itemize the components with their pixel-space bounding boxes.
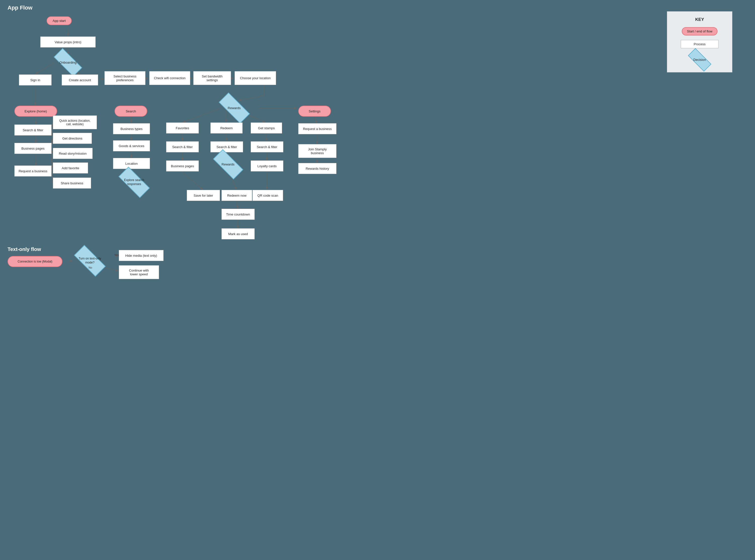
svg-line-27 [182, 172, 203, 190]
join-stamply-label: Join Stamplybusiness [298, 144, 336, 158]
rewards-diamond-label: Rewards [228, 106, 240, 110]
get-stamps-label: Get stamps [251, 122, 282, 134]
node-time-countdown: Time countdown [221, 209, 255, 220]
value-props-label: Value props (intro) [40, 37, 96, 47]
node-sign-in: Sign in [19, 75, 52, 85]
node-quick-actions: Quick actions (location,call, website) [53, 115, 97, 129]
node-qr-code-scan: QR code scan [252, 190, 283, 201]
read-story-label: Read story/mission [53, 148, 93, 159]
get-directions-label: Get directions [53, 133, 92, 144]
node-connection-low: Connection is low (Modal) [7, 256, 62, 267]
node-read-story: Read story/mission [53, 148, 93, 159]
key-diamond-wrap: Decision [683, 53, 716, 67]
node-rewards-diamond2: Rewards [208, 156, 248, 172]
node-onboarding: Onboarding [48, 55, 88, 70]
key-decision: Decision [675, 53, 724, 67]
node-app-start: App start [46, 16, 72, 25]
check-wifi-label: Check wifi connection [149, 71, 190, 85]
connection-low-label: Connection is low (Modal) [7, 256, 62, 267]
node-add-favorite: Add favorite [53, 162, 88, 174]
goods-services-label: Goods & services [113, 140, 150, 152]
node-redeem-now: Redeem now [221, 190, 252, 201]
node-share-business: Share business [53, 178, 91, 188]
svg-line-5 [98, 78, 104, 80]
search-main-label: Search [115, 106, 147, 117]
choose-location-label: Choose your location [235, 71, 276, 85]
node-get-directions: Get directions [53, 133, 92, 144]
node-rewards-diamond: Rewards [213, 100, 255, 116]
favorites-label: Favorites [166, 122, 199, 134]
node-explore-search-responses: Explore searchresponses [113, 174, 156, 190]
time-countdown-label: Time countdown [221, 209, 255, 220]
search-filter-fav-label: Search & filter [166, 141, 199, 153]
sign-in-label: Sign in [19, 75, 52, 85]
node-loyalty-cards: Loyalty cards [251, 160, 283, 172]
business-pages-label: Business pages [14, 143, 52, 154]
node-redeem: Redeem [210, 122, 243, 134]
node-explore-home: Explore (home) [14, 106, 57, 117]
settings-main-label: Settings [298, 106, 331, 117]
node-search-filter-stamps: Search & filter [251, 141, 283, 153]
create-account-label: Create account [62, 75, 98, 85]
node-set-bandwidth: Set bandwidthsettings [193, 71, 231, 85]
node-rewards-history: Rewards history [298, 163, 336, 174]
node-mark-as-used: Mark as used [221, 228, 255, 239]
node-request-business-settings: Request a business [298, 123, 336, 134]
no-label: No [89, 266, 92, 269]
redeem-now-label: Redeem now [221, 190, 252, 201]
svg-line-36 [315, 117, 317, 124]
request-business-explore-label: Request a business [14, 165, 52, 177]
node-join-stamply: Join Stamplybusiness [298, 144, 336, 158]
share-business-label: Share business [53, 178, 91, 188]
onboarding-label: Onboarding [59, 61, 77, 64]
app-start-label: App start [46, 16, 72, 25]
node-search-filter-redeem: Search & filter [210, 141, 243, 153]
svg-line-18 [131, 117, 131, 123]
hide-media-label: Hide media (text only) [119, 250, 163, 261]
node-search-filter-explore: Search & filter [14, 124, 52, 136]
svg-line-41 [238, 96, 264, 101]
set-bandwidth-label: Set bandwidthsettings [193, 71, 231, 85]
search-filter-stamps-label: Search & filter [251, 141, 283, 153]
key-diamond-label: Decision [693, 58, 706, 62]
quick-actions-label: Quick actions (location,call, website) [53, 115, 97, 129]
node-choose-location: Choose your location [235, 71, 276, 85]
rewards-diamond2-label: Rewards [221, 162, 234, 166]
continue-lower-speed-label: Continue withlower speed [119, 265, 159, 279]
node-search-filter-fav: Search & filter [166, 141, 199, 153]
svg-line-31 [236, 201, 238, 209]
key-oval: Start / end of flow [682, 27, 717, 36]
search-filter-redeem-label: Search & filter [210, 141, 243, 153]
explore-search-responses-label: Explore searchresponses [124, 178, 144, 186]
save-for-later-label: Save for later [187, 190, 220, 201]
add-favorite-label: Add favorite [53, 162, 88, 174]
node-continue-lower-speed: Continue withlower speed [119, 265, 159, 279]
node-get-stamps: Get stamps [251, 122, 282, 134]
key-process: Process [675, 40, 724, 48]
yes-label: Yes [114, 254, 119, 257]
node-save-for-later: Save for later [187, 190, 220, 201]
rewards-history-label: Rewards history [298, 163, 336, 174]
page-title: App Flow [7, 4, 33, 11]
select-business-prefs-label: Select businesspreferences [104, 71, 146, 85]
redeem-label: Redeem [210, 122, 243, 134]
node-settings-main: Settings [298, 106, 331, 117]
key-rect: Process [681, 40, 718, 48]
node-check-wifi: Check wifi connection [149, 71, 190, 85]
node-hide-media: Hide media (text only) [119, 250, 163, 261]
loyalty-cards-label: Loyalty cards [251, 160, 283, 172]
qr-code-scan-label: QR code scan [252, 190, 283, 201]
node-search-main: Search [115, 106, 147, 117]
key-start-end: Start / end of flow [675, 27, 724, 36]
node-create-account: Create account [62, 75, 98, 85]
svg-line-33 [266, 134, 267, 141]
node-location: Location [113, 158, 150, 169]
key-title: KEY [675, 17, 724, 22]
node-business-types: Business types [113, 123, 150, 134]
search-filter-explore-label: Search & filter [14, 124, 52, 136]
explore-home-label: Explore (home) [14, 106, 57, 117]
node-value-props: Value props (intro) [40, 37, 96, 47]
node-request-business-explore: Request a business [14, 165, 52, 177]
business-types-label: Business types [113, 123, 150, 134]
request-business-settings-label: Request a business [298, 123, 336, 134]
